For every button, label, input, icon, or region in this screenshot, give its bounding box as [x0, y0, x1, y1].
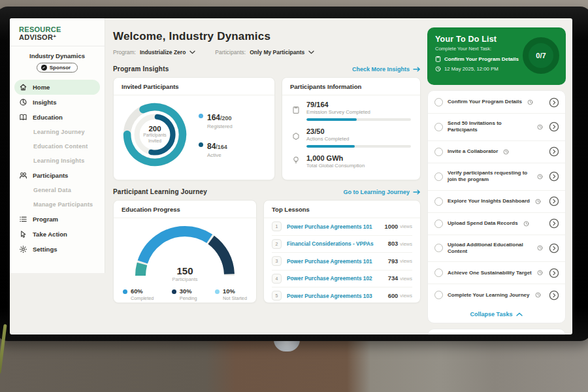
sidebar-item-education-content[interactable]: Education Content: [10, 139, 105, 154]
survey-icon: [291, 105, 301, 117]
chevron-right-button[interactable]: [549, 122, 559, 132]
lesson-row[interactable]: 4 Power Purchase Agreements 102 734 view…: [272, 270, 412, 288]
recent-news-card: Recent News: [427, 329, 566, 335]
app-logo: RESOURCE ADVISOR+: [10, 23, 105, 46]
sidebar-item-learning-insights[interactable]: Learning Insights: [10, 154, 105, 168]
task-item[interactable]: Invite a Collaborator: [428, 141, 565, 163]
task-checkbox[interactable]: [434, 220, 443, 228]
task-item[interactable]: Upload Additional Educational Content: [428, 235, 565, 263]
legend-completed: 60%Completed: [123, 288, 154, 301]
progress-bar: [306, 145, 411, 148]
arrow-right-icon: [413, 189, 421, 195]
main-content: Welcome, Industry Dynamics Program: Indu…: [105, 18, 427, 335]
sidebar-item-general-data[interactable]: General Data: [10, 183, 105, 197]
clock-icon: [537, 174, 543, 180]
take-action-icon: [19, 230, 27, 238]
task-item[interactable]: Complete Your Learning Journey: [428, 284, 565, 306]
card-title: Top Lessons: [264, 201, 420, 218]
desk-background: RESOURCE ADVISOR+ Industry Dynamics Spon…: [0, 0, 588, 392]
list-icon: [19, 215, 27, 223]
clock-icon: [535, 292, 541, 298]
task-checkbox[interactable]: [434, 269, 443, 277]
todo-header-card: Your To Do List Complete Your Next Task:…: [427, 27, 566, 85]
chevron-right-button[interactable]: [549, 218, 559, 229]
task-item[interactable]: Explore Your Insights Dashboard: [428, 191, 565, 213]
chevron-right-button[interactable]: [549, 268, 559, 278]
participants-dropdown[interactable]: Participants: Only My Participants: [215, 49, 314, 56]
task-checkbox[interactable]: [434, 244, 443, 252]
sidebar-item-program[interactable]: Program: [10, 212, 105, 227]
sidebar-item-insights[interactable]: Insights: [10, 95, 105, 110]
check-more-insights-link[interactable]: Check More Insights: [352, 66, 421, 73]
chevron-right-button[interactable]: [549, 146, 559, 157]
clock-icon: [537, 270, 543, 276]
lesson-row[interactable]: 3 Power Purchase Agreements 101 793 view…: [272, 253, 412, 270]
lesson-row[interactable]: 1 Power Purchase Agreements 101 1000 vie…: [272, 218, 412, 236]
task-item[interactable]: Upload Spend Data Records: [428, 213, 565, 235]
task-item[interactable]: Send 50 Invitations to Participants: [428, 114, 565, 141]
stat-consumption: 1,000 GWh Total Global Consumption: [291, 154, 411, 169]
task-checkbox[interactable]: [434, 197, 443, 206]
stat-actions: 23/50 Actions Completed: [291, 127, 411, 148]
legend-dot: [172, 289, 176, 294]
book-icon: [19, 113, 27, 122]
task-item[interactable]: Verify participants requesting to join t…: [428, 163, 565, 191]
sidebar-item-home[interactable]: Home: [14, 80, 100, 95]
task-item[interactable]: Confirm Your Program Details: [428, 91, 565, 114]
lesson-row[interactable]: 5 Power Purchase Agreements 103 600 view…: [272, 287, 412, 303]
sponsor-icon: [41, 65, 47, 71]
task-checkbox[interactable]: [434, 148, 443, 156]
chevron-right-button[interactable]: [549, 290, 559, 301]
actions-icon: [291, 132, 301, 144]
chevron-right-button[interactable]: [549, 171, 559, 182]
lesson-row[interactable]: 2 Financial Considerations - VPPAs 803 v…: [272, 236, 412, 253]
task-checkbox[interactable]: [434, 291, 443, 299]
next-task: Confirm Your Program Details: [444, 56, 519, 62]
chevron-right-button[interactable]: [549, 196, 559, 206]
monitor-bezel: RESOURCE ADVISOR+ Industry Dynamics Spon…: [0, 7, 588, 341]
chevron-down-icon: [308, 50, 314, 54]
clock-icon: [537, 245, 543, 251]
monitor-stand: [274, 340, 300, 351]
education-gauge-chart: 150 Participants: [129, 221, 240, 284]
clock-icon: [527, 99, 533, 105]
sidebar-item-take-action[interactable]: Take Action: [10, 227, 105, 242]
card-title: Invited Participants: [114, 78, 274, 95]
legend-not-started: 10%Not Started: [215, 288, 247, 301]
sidebar-item-manage-participants[interactable]: Manage Participants: [10, 197, 105, 212]
task-checkbox[interactable]: [434, 123, 443, 131]
arrow-right-icon: [413, 67, 421, 72]
collapse-tasks-link[interactable]: Collapse Tasks: [428, 306, 565, 321]
clock-icon: [523, 221, 529, 227]
insights-icon: [19, 98, 27, 106]
go-to-learning-journey-link[interactable]: Go to Learning Journey: [343, 189, 421, 195]
section-program-insights: Program Insights: [113, 65, 169, 73]
sidebar-item-settings[interactable]: Settings: [10, 242, 105, 257]
task-item[interactable]: Achieve One Sustainability Target: [428, 262, 565, 284]
participants-icon: [19, 171, 27, 180]
task-checkbox[interactable]: [434, 172, 443, 181]
chevron-right-button[interactable]: [549, 97, 559, 108]
invited-participants-card: Invited Participants 200: [113, 77, 275, 180]
chevron-up-icon: [516, 312, 523, 316]
task-checkbox[interactable]: [434, 98, 443, 106]
legend-pending: 30%Pending: [172, 288, 197, 301]
progress-bar: [306, 118, 411, 121]
home-icon: [19, 83, 27, 91]
bulb-icon: [291, 155, 301, 167]
todo-progress-ring: 0/7: [523, 37, 559, 74]
gear-icon: [19, 245, 27, 253]
sidebar-item-learning-journey[interactable]: Learning Journey: [10, 125, 105, 139]
stat-emission-survey: 79/164 Emission Survey Completed: [291, 101, 411, 121]
task-datetime: 12 May 2025, 12:00 PM: [444, 66, 498, 72]
clock-icon: [435, 66, 441, 72]
chevron-right-button[interactable]: [549, 243, 559, 253]
legend-registered: 164/200 Registered: [199, 111, 233, 129]
legend-dot: [215, 289, 220, 294]
sidebar-item-education[interactable]: Education: [10, 110, 105, 125]
dashboard-screen: RESOURCE ADVISOR+ Industry Dynamics Spon…: [10, 18, 572, 335]
card-title: Education Progress: [114, 201, 256, 218]
sidebar-item-participants[interactable]: Participants: [10, 168, 105, 183]
section-learning-journey: Participant Learning Journey: [113, 188, 207, 195]
program-dropdown[interactable]: Program: Industrialize Zero: [113, 49, 195, 56]
